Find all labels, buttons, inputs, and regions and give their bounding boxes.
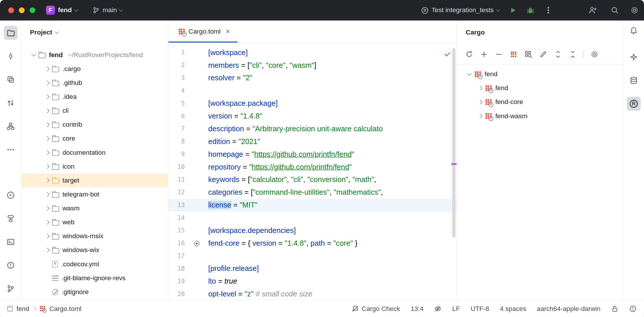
rust-tool-button[interactable]: R [627, 97, 641, 111]
cargo-search-button[interactable] [522, 48, 534, 60]
code-line[interactable]: 16fend-core = { version = "1.4.8", path … [168, 237, 457, 250]
encoding-widget[interactable]: UTF-8 [471, 305, 489, 312]
chevron-right-icon[interactable] [45, 136, 50, 141]
code-line[interactable]: 9homepage = "https://github.com/printfn/… [168, 148, 457, 161]
project-widget[interactable]: F fend [46, 6, 78, 15]
chevron-right-icon[interactable] [45, 81, 50, 85]
error-stripe-mark[interactable] [451, 163, 457, 165]
project-root-row[interactable]: fend ~/RustRoverProjects/fend [21, 48, 168, 62]
cargo-command-button[interactable] [507, 48, 520, 60]
zoom-window-button[interactable] [30, 7, 35, 13]
attach-cargo-project-button[interactable] [478, 48, 490, 60]
chevron-right-icon[interactable] [45, 108, 50, 113]
code-line[interactable]: 20opt-level = "z" # small code size [168, 288, 457, 300]
detach-cargo-project-button[interactable] [493, 48, 505, 60]
ai-assistant-tool-button[interactable] [627, 50, 641, 64]
structure-tool-button[interactable] [3, 119, 17, 133]
chevron-right-icon[interactable] [45, 94, 50, 99]
editor-scrollbar[interactable] [452, 48, 455, 238]
chevron-right-icon[interactable] [45, 67, 50, 71]
tree-item[interactable]: web [21, 215, 168, 229]
close-tab-icon[interactable]: × [226, 28, 230, 35]
tree-item[interactable]: .idea [21, 90, 168, 104]
pull-requests-tool-button[interactable] [3, 96, 17, 110]
tree-item[interactable]: documentation [21, 145, 168, 159]
terminal-tool-button[interactable] [3, 235, 17, 249]
code-line[interactable]: 10repository = "https://github.com/print… [168, 161, 457, 174]
readonly-toggle[interactable] [611, 305, 618, 312]
tab-cargo-toml[interactable]: Cargo.toml × [168, 21, 237, 43]
cargo-tree-item[interactable]: fend-core [457, 95, 623, 109]
code-line[interactable]: 3resolver = "2" [168, 72, 457, 85]
tree-item[interactable]: Y.codecov.yml [21, 257, 168, 271]
database-tool-button[interactable] [627, 73, 641, 87]
code-line[interactable]: 18[profile.release] [168, 263, 457, 275]
code-line[interactable]: 14 [168, 212, 457, 224]
more-actions-button[interactable] [541, 3, 555, 17]
tree-item[interactable]: icon [21, 160, 168, 174]
tree-item[interactable]: core [21, 132, 168, 145]
chevron-right-icon[interactable] [45, 122, 50, 127]
code-line[interactable]: 6version = "1.4.8" [168, 110, 457, 123]
tree-item[interactable]: .cargo [21, 62, 168, 76]
highlighting-widget[interactable] [434, 305, 442, 312]
code-link[interactable]: https://github.com/printfn/fend [254, 150, 352, 158]
tree-item[interactable]: target [21, 174, 168, 187]
indent-widget[interactable]: 4 spaces [500, 305, 526, 312]
tree-item[interactable]: telegram-bot [21, 187, 168, 201]
line-ending-widget[interactable]: LF [452, 305, 460, 312]
chevron-right-icon[interactable] [478, 114, 482, 119]
code-area[interactable]: 1[workspace]2members = ["cli", "core", "… [168, 43, 457, 300]
tree-item[interactable]: .git-blame-ignore-revs [21, 271, 168, 285]
run-configuration-selector[interactable]: R Test integration_tests [421, 6, 500, 14]
caret-position-widget[interactable]: 13:4 [411, 305, 424, 312]
editor-copies-tool-button[interactable] [3, 73, 17, 87]
tree-item[interactable]: windows-wix [21, 243, 168, 257]
vcs-branch-widget[interactable]: main [92, 7, 122, 14]
tree-item[interactable]: .gitignore [21, 285, 168, 299]
event-log-widget[interactable] [629, 305, 636, 312]
collapse-all-button[interactable] [566, 48, 578, 60]
chevron-right-icon[interactable] [45, 164, 50, 169]
chevron-right-icon[interactable] [45, 234, 50, 238]
tree-item[interactable]: cli [21, 104, 168, 118]
code-line[interactable]: 1[workspace] [168, 46, 457, 59]
expand-all-button[interactable] [551, 48, 564, 60]
services-tool-button[interactable] [3, 212, 17, 225]
code-line[interactable]: 2members = ["cli", "core", "wasm"] [168, 59, 457, 72]
chevron-right-icon[interactable] [478, 100, 482, 104]
refresh-cargo-projects-button[interactable] [463, 48, 475, 60]
code-line[interactable]: 4 [168, 85, 457, 97]
code-line[interactable]: 12categories = ["command-line-utilities"… [168, 186, 457, 199]
chevron-right-icon[interactable] [45, 192, 50, 197]
cargo-check-widget[interactable]: Cargo Check [351, 305, 400, 312]
notifications-tool-button[interactable] [627, 24, 641, 38]
tree-item[interactable]: .github [21, 76, 168, 90]
run-tool-button[interactable] [3, 188, 17, 202]
edit-cargo-settings-button[interactable] [537, 48, 549, 60]
commit-tool-button[interactable] [3, 49, 17, 63]
code-line[interactable]: 17 [168, 250, 457, 263]
breadcrumb-file[interactable]: Cargo.toml [49, 305, 82, 312]
search-everywhere-button[interactable] [608, 3, 622, 17]
code-line[interactable]: 19lto = true [168, 275, 457, 288]
cargo-settings-button[interactable] [588, 48, 600, 60]
project-panel-header[interactable]: Project [21, 21, 168, 44]
settings-button[interactable] [630, 3, 644, 17]
code-line[interactable]: 13license = "MIT" [168, 199, 457, 212]
target-platform-widget[interactable]: aarch64-apple-darwin [537, 305, 600, 312]
chevron-right-icon[interactable] [45, 220, 50, 225]
more-tools-button[interactable] [3, 143, 17, 157]
code-with-me-button[interactable] [586, 3, 600, 17]
project-tool-button[interactable] [3, 26, 17, 40]
chevron-right-icon[interactable] [45, 206, 50, 211]
breadcrumb-project[interactable]: fend [17, 305, 29, 312]
chevron-right-icon[interactable] [45, 248, 50, 252]
chevron-down-icon[interactable] [31, 52, 36, 57]
chevron-down-icon[interactable] [467, 71, 472, 76]
version-control-tool-button[interactable] [3, 282, 17, 296]
run-button[interactable] [506, 3, 520, 17]
cargo-root-row[interactable]: fend [457, 67, 623, 81]
cargo-tree-item[interactable]: fend [457, 81, 623, 95]
chevron-right-icon[interactable] [45, 178, 50, 183]
